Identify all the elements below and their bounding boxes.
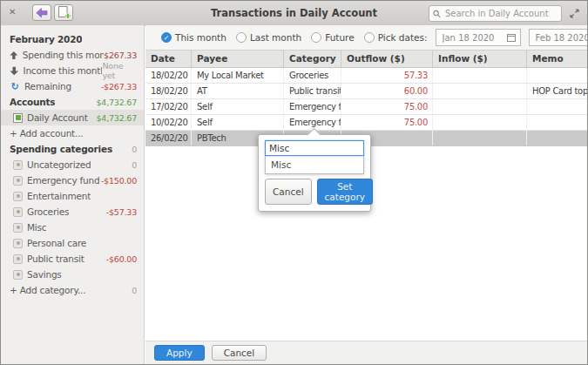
sidebar: February 2020 Spending this month $267.3… xyxy=(1,25,145,364)
apply-button[interactable]: Apply xyxy=(154,345,205,361)
income-value: None yet xyxy=(102,61,137,80)
window-title: Transactions in Daily Account xyxy=(211,7,377,19)
footer-bar: Apply Cancel xyxy=(145,341,587,364)
popover-cancel-button[interactable]: Cancel xyxy=(265,179,312,205)
column-header-date[interactable]: Date xyxy=(145,51,192,67)
sidebar-category-emergency-fund[interactable]: Emergency fund -$150.00 xyxy=(1,172,144,188)
popover-buttons: Cancel Set category xyxy=(265,179,364,205)
category-icon xyxy=(13,223,23,233)
category-input[interactable] xyxy=(265,140,364,156)
date-from-field[interactable] xyxy=(436,29,521,46)
radio-last-month[interactable]: Last month xyxy=(236,32,301,43)
category-icon xyxy=(13,207,23,217)
category-icon xyxy=(13,176,23,186)
category-suggestion-list: Misc xyxy=(265,156,364,174)
title-bar: ✕ Transactions in Daily Account xyxy=(1,1,587,26)
set-category-button[interactable]: Set category xyxy=(317,179,373,205)
sidebar-category-savings[interactable]: Savings xyxy=(1,267,144,282)
sidebar-category-entertainment[interactable]: Entertainment xyxy=(1,188,144,204)
radio-unchecked-icon xyxy=(236,32,247,43)
search-input[interactable] xyxy=(443,8,558,19)
sidebar-item-daily-account[interactable]: Daily Account $4,732.67 xyxy=(1,110,144,125)
app-window: ✕ Transactions in Daily Account xyxy=(0,0,588,365)
sidebar-accounts-header: Accounts $4,732.67 xyxy=(1,94,144,110)
category-icon xyxy=(13,270,23,280)
radio-this-month[interactable]: This month xyxy=(161,32,226,43)
radio-unchecked-icon xyxy=(364,32,375,43)
radio-unchecked-icon xyxy=(311,32,321,43)
purple-arrow-left-icon xyxy=(36,8,48,18)
category-icon xyxy=(13,160,23,170)
category-icon xyxy=(13,239,23,248)
sidebar-item-remaining[interactable]: ↻ Remaining -$267.33 xyxy=(1,78,144,94)
category-icon xyxy=(13,254,23,264)
sidebar-categories-header: Spending categories 0 xyxy=(1,141,144,157)
radio-pick-dates[interactable]: Pick dates: xyxy=(364,32,428,43)
footer-cancel-button[interactable]: Cancel xyxy=(212,345,267,361)
sidebar-category-misc[interactable]: Misc xyxy=(1,220,144,235)
column-header-outflow[interactable]: Outflow ($) xyxy=(341,51,433,67)
table-row[interactable]: 17/02/20 Self Emergency fu… 75.00 xyxy=(145,99,587,115)
expand-icon[interactable] xyxy=(570,9,579,18)
sidebar-category-personal-care[interactable]: Personal care xyxy=(1,235,144,251)
arrow-up-icon xyxy=(10,51,18,60)
category-icon xyxy=(13,192,23,201)
sidebar-category-public-transit[interactable]: Public transit -$60.00 xyxy=(1,251,144,267)
sidebar-item-income[interactable]: Income this month None yet xyxy=(1,63,144,78)
sidebar-month-header: February 2020 xyxy=(1,31,144,47)
sidebar-category-uncategorized[interactable]: Uncategorized 0 xyxy=(1,157,144,172)
spending-value: $267.33 xyxy=(104,51,137,60)
month-label: February 2020 xyxy=(10,34,82,44)
date-to-input[interactable] xyxy=(534,32,588,44)
import-transactions-button[interactable] xyxy=(32,4,51,21)
search-box[interactable] xyxy=(429,5,562,22)
table-row[interactable]: 18/02/20 AT Public transit 60.00 HOP Car… xyxy=(145,84,587,99)
remaining-value: -$267.33 xyxy=(101,82,137,91)
close-icon[interactable]: ✕ xyxy=(9,7,16,17)
sidebar-category-groceries[interactable]: Groceries -$57.33 xyxy=(1,204,144,220)
date-to-field[interactable] xyxy=(529,29,588,46)
search-icon xyxy=(433,10,441,18)
arrow-down-icon xyxy=(10,66,19,76)
account-icon xyxy=(13,113,23,123)
file-plus-icon xyxy=(57,6,71,19)
suggestion-item-misc[interactable]: Misc xyxy=(266,156,363,173)
daily-account-balance: $4,732.67 xyxy=(96,113,137,123)
radio-checked-icon xyxy=(161,32,172,43)
set-category-popover: Misc Cancel Set category xyxy=(258,134,371,212)
calendar-small-icon xyxy=(507,33,516,42)
date-from-input[interactable] xyxy=(441,32,507,44)
radio-future[interactable]: Future xyxy=(311,32,354,43)
table-row[interactable]: 18/02/20 My Local Market Groceries 57.33 xyxy=(145,68,587,84)
refresh-icon: ↻ xyxy=(10,81,20,92)
filter-bar: This month Last month Future Pick dates: xyxy=(145,25,587,50)
sidebar-add-category[interactable]: + Add category... 0 xyxy=(1,282,144,298)
sidebar-add-account[interactable]: + Add account... xyxy=(1,125,144,141)
new-transaction-button[interactable] xyxy=(54,4,73,21)
column-header-memo[interactable]: Memo xyxy=(527,51,587,67)
column-header-payee[interactable]: Payee xyxy=(192,51,284,67)
column-header-category[interactable]: Category xyxy=(284,51,341,67)
accounts-total: $4,732.67 xyxy=(96,98,137,107)
table-header: Date Payee Category Outflow ($) Inflow (… xyxy=(145,50,587,68)
table-row[interactable]: 10/02/20 Self Emergency fu… 75.00 xyxy=(145,115,587,131)
column-header-inflow[interactable]: Inflow ($) xyxy=(433,51,527,67)
